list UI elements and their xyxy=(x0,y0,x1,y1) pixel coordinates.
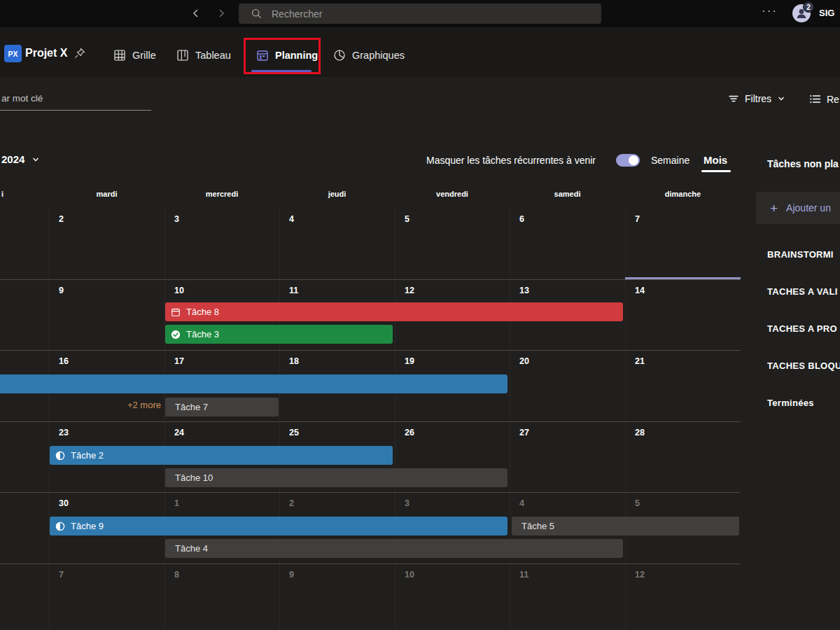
calendar-cell[interactable]: 14 xyxy=(625,280,741,350)
bucket-brainstorming[interactable]: BRAINSTORMI xyxy=(767,249,834,260)
active-tab-underline xyxy=(251,70,312,72)
add-task-label: Ajouter un xyxy=(786,202,831,214)
tab-planning[interactable]: Planning xyxy=(256,43,318,67)
view-month-button[interactable]: Mois xyxy=(704,154,727,166)
month-selector[interactable]: 2024 xyxy=(1,153,40,165)
plus-icon: + xyxy=(770,202,778,215)
hide-recurring-label: Masquer les tâches récurrentes à venir xyxy=(426,155,596,166)
date-label: 24 xyxy=(174,428,184,438)
date-label: 2 xyxy=(59,214,64,224)
calendar-cell[interactable]: 3 xyxy=(164,209,279,279)
calendar-icon xyxy=(171,307,181,317)
more-tasks-link[interactable]: +2 more xyxy=(70,400,161,410)
tab-grille-label: Grille xyxy=(132,50,156,61)
tab-graphiques[interactable]: Graphiques xyxy=(333,43,405,67)
calendar-week-row: 23 24 25 26 27 28 Tâche 2 Tâche 10 xyxy=(0,422,741,493)
search-icon xyxy=(251,8,262,19)
date-label: 17 xyxy=(174,356,184,366)
date-label: 23 xyxy=(59,428,69,438)
tab-graphiques-label: Graphiques xyxy=(352,50,405,61)
tab-grille[interactable]: Grille xyxy=(113,43,156,67)
date-label: 8 xyxy=(174,570,179,580)
calendar-cell[interactable]: 9 xyxy=(279,564,395,630)
calendar-cell[interactable]: 21 xyxy=(625,351,741,421)
task-label: Tâche 4 xyxy=(175,543,208,554)
task-bar-tache-3[interactable]: Tâche 3 xyxy=(165,325,393,344)
date-label: 11 xyxy=(519,570,528,580)
date-label: 28 xyxy=(635,428,645,438)
pin-icon[interactable] xyxy=(74,48,85,62)
add-task-button[interactable]: + Ajouter un xyxy=(756,192,840,224)
calendar-cell[interactable]: 9 xyxy=(49,280,164,350)
search-box[interactable] xyxy=(239,4,601,24)
calendar-week-row: 30 1 2 3 4 5 Tâche 9 Tâche 5 Tâche 4 xyxy=(0,493,741,564)
calendar-cell[interactable] xyxy=(0,280,49,350)
task-bar-tache-7[interactable]: Tâche 7 xyxy=(165,398,279,416)
list-icon xyxy=(809,93,821,105)
calendar-cell[interactable]: 8 xyxy=(164,564,279,630)
calendar-cell[interactable]: 7 xyxy=(49,564,164,630)
task-bar-continued[interactable] xyxy=(0,374,507,393)
date-label: 4 xyxy=(289,214,294,224)
calendar-cell[interactable]: 27 xyxy=(510,422,625,492)
task-bar-tache-2[interactable]: Tâche 2 xyxy=(50,446,393,465)
account-label[interactable]: SIG xyxy=(819,8,834,18)
bucket-terminees[interactable]: Terminées xyxy=(767,398,814,408)
search-input[interactable] xyxy=(272,8,601,20)
day-header: i xyxy=(0,178,49,209)
view-week-button[interactable]: Semaine xyxy=(651,155,690,166)
in-progress-icon xyxy=(55,522,65,531)
date-label: 2 xyxy=(289,498,294,508)
grid-icon xyxy=(113,49,126,62)
date-label: 20 xyxy=(519,356,529,366)
date-label: 5 xyxy=(405,214,410,224)
day-header: dimanche xyxy=(625,178,741,209)
tab-tableau[interactable]: Tableau xyxy=(176,43,231,67)
date-label: 18 xyxy=(289,356,299,366)
calendar-cell[interactable]: 10 xyxy=(395,564,510,630)
calendar-week-row: 7 8 9 10 11 12 xyxy=(0,564,741,630)
calendar-cell[interactable]: 20 xyxy=(510,351,625,421)
task-bar-tache-4[interactable]: Tâche 4 xyxy=(165,539,623,558)
tab-tableau-label: Tableau xyxy=(195,50,231,61)
calendar-cell[interactable]: 28 xyxy=(625,422,741,492)
calendar-cell[interactable]: 11 xyxy=(510,564,625,630)
chevron-down-icon xyxy=(777,94,785,103)
keyword-filter-input[interactable] xyxy=(0,90,151,111)
more-options-button[interactable]: ··· xyxy=(762,4,778,18)
task-bar-tache-8[interactable]: Tâche 8 xyxy=(165,302,623,321)
date-label: 7 xyxy=(59,570,64,580)
date-label: 10 xyxy=(405,570,414,580)
bucket-taches-bloquees[interactable]: TACHES BLOQU xyxy=(767,360,840,371)
group-by-label: Re xyxy=(827,94,839,105)
back-button[interactable] xyxy=(188,5,204,22)
task-label: Tâche 3 xyxy=(186,329,219,340)
calendar-cell[interactable] xyxy=(0,564,49,630)
calendar-week-row: 16 17 18 19 20 21 +2 more Tâche 7 xyxy=(0,351,741,422)
task-label: Tâche 5 xyxy=(522,521,554,531)
calendar-cell[interactable]: 7 xyxy=(625,209,741,279)
year-label: 2024 xyxy=(1,153,24,165)
filters-button[interactable]: Filtres xyxy=(728,93,785,104)
calendar-cell[interactable] xyxy=(0,209,49,279)
task-label: Tâche 7 xyxy=(175,402,208,412)
task-bar-tache-9[interactable]: Tâche 9 xyxy=(50,517,507,536)
task-bar-tache-10[interactable]: Tâche 10 xyxy=(165,468,507,487)
group-by-button[interactable]: Re xyxy=(809,93,839,105)
calendar-cell[interactable]: 4 xyxy=(279,209,395,279)
calendar-cell[interactable]: 6 xyxy=(510,209,625,279)
hide-recurring-toggle[interactable] xyxy=(616,154,640,167)
forward-button[interactable] xyxy=(213,5,230,22)
calendar-cell[interactable]: 5 xyxy=(395,209,510,279)
app-window: ··· 2 SIG PX Projet X Grille Tableau Pla… xyxy=(0,0,840,630)
check-circle-icon xyxy=(171,330,181,340)
calendar-cell[interactable]: 12 xyxy=(625,564,741,630)
calendar-cell[interactable] xyxy=(0,422,49,492)
calendar-cell[interactable] xyxy=(0,493,49,564)
bucket-taches-a-valider[interactable]: TACHES A VALI xyxy=(767,286,838,297)
date-label: 3 xyxy=(174,214,179,224)
date-label: 7 xyxy=(635,214,640,224)
bucket-taches-a-pro[interactable]: TACHES A PRO xyxy=(767,323,837,334)
task-bar-tache-5[interactable]: Tâche 5 xyxy=(512,517,739,536)
calendar-cell[interactable]: 2 xyxy=(49,209,164,279)
